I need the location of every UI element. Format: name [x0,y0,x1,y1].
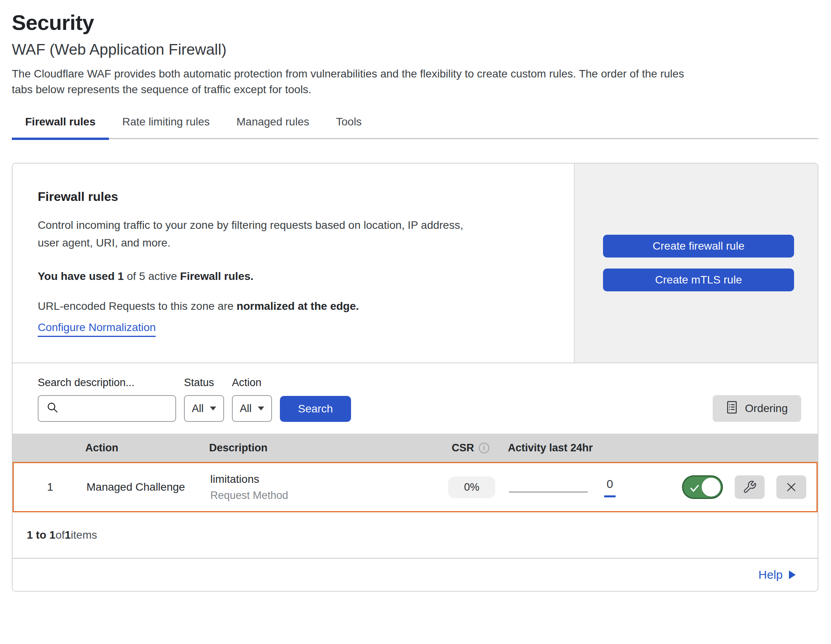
arrow-right-icon [789,570,796,579]
close-icon [785,480,798,494]
page-description: The Cloudflare WAF provides both automat… [12,66,819,98]
check-icon [689,482,700,494]
info-icon[interactable]: i [479,443,489,453]
page-subtitle: WAF (Web Application Firewall) [12,41,819,58]
delete-rule-button[interactable] [776,475,806,499]
search-label: Search description... [38,377,176,389]
description-column-header: Description [209,442,437,454]
help-link[interactable]: Help [758,568,796,581]
table-row: 1 Managed Challenge limitations Request … [13,462,818,512]
waf-tab-bar: Firewall rules Rate limiting rules Manag… [12,116,818,140]
create-mtls-rule-button[interactable]: Create mTLS rule [603,269,794,291]
status-label: Status [184,377,224,389]
firewall-rules-info: Firewall rules Control incoming traffic … [13,164,574,362]
edit-rule-button[interactable] [735,475,765,499]
ordering-button[interactable]: Ordering [713,395,801,422]
list-document-icon [726,401,738,417]
chevron-down-icon [258,407,264,410]
status-dropdown[interactable]: All [184,395,224,422]
ordering-button-label: Ordering [745,402,788,415]
help-bar: Help [13,559,818,591]
tab-firewall-rules[interactable]: Firewall rules [12,116,109,140]
activity-sparkline [509,491,588,493]
csr-column-header: CSR i [437,442,504,454]
search-input[interactable] [64,403,196,415]
page-title: Security [12,10,819,35]
rule-action: Managed Challenge [86,481,210,493]
configure-normalization-link[interactable]: Configure Normalization [38,321,156,337]
firewall-rules-summary: Firewall rules Control incoming traffic … [13,164,818,363]
action-value: All [240,403,252,415]
security-waf-page: Security WAF (Web Application Firewall) … [0,0,831,592]
create-firewall-rule-button[interactable]: Create firewall rule [603,235,794,258]
pagination-summary: 1 to 1 of 1 items [13,512,818,559]
search-button[interactable]: Search [280,396,351,422]
rule-description: limitations [210,473,438,486]
normalization-note: URL-encoded Requests to this zone are no… [38,300,558,313]
rule-enabled-toggle[interactable] [682,475,723,499]
tab-managed-rules[interactable]: Managed rules [223,116,323,140]
tab-rate-limiting-rules[interactable]: Rate limiting rules [109,116,223,140]
status-value: All [192,403,204,415]
rule-priority: 1 [14,481,86,493]
search-box[interactable] [38,395,176,422]
action-label: Action [232,377,272,389]
chevron-down-icon [210,407,216,410]
tab-tools[interactable]: Tools [323,116,375,140]
wrench-icon [743,480,757,494]
activity-count-link[interactable]: 0 [604,477,616,497]
rule-activity-cell: 0 [505,477,656,497]
firewall-rules-panel: Firewall rules Control incoming traffic … [12,163,818,592]
actions-panel: Create firewall rule Create mTLS rule [574,164,818,362]
filter-bar: Search description... Status All Action [13,363,818,434]
activity-column-header: Activity last 24hr [504,442,655,454]
card-description: Control incoming traffic to your zone by… [38,217,558,252]
usage-summary: You have used 1 of 5 active Firewall rul… [38,270,558,283]
card-heading: Firewall rules [38,190,558,204]
csr-badge: 0% [448,477,495,498]
rule-csr-cell: 0% [438,477,505,498]
search-group: Search description... [38,377,176,422]
status-filter-group: Status All [184,377,224,422]
rule-controls [656,475,816,499]
action-column-header: Action [85,442,209,454]
rule-description-cell: limitations Request Method [210,473,438,502]
toggle-knob [702,478,721,497]
search-icon [46,401,59,416]
rule-description-sub: Request Method [210,489,438,502]
action-dropdown[interactable]: All [232,395,272,422]
action-filter-group: Action All [232,377,272,422]
table-header: Action Description CSR i Activity last 2… [13,434,818,462]
